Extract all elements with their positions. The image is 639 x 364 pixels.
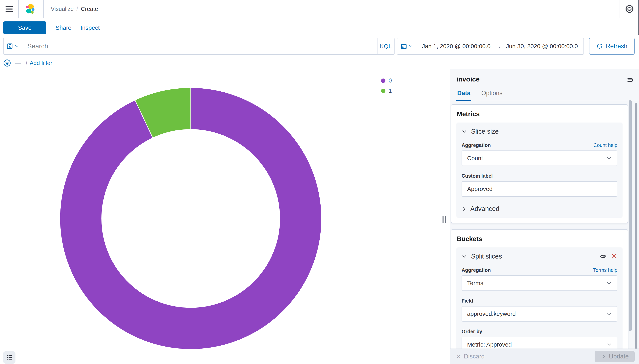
- order-by-value: Metric: Approved: [467, 341, 512, 348]
- add-filter-button[interactable]: + Add filter: [25, 60, 52, 66]
- vis-editor-sidebar: invoice Data Options Metrics: [450, 70, 639, 364]
- play-icon: [600, 354, 606, 359]
- refresh-label: Refresh: [606, 43, 628, 50]
- collapse-sidebar-button[interactable]: [626, 76, 635, 85]
- legend-item[interactable]: 1: [381, 88, 392, 94]
- custom-label-label: Custom label: [462, 173, 493, 179]
- bucket-aggregation-value: Terms: [467, 280, 483, 286]
- field-select[interactable]: approved.keyword: [462, 306, 618, 322]
- sidebar-inner-scrollbar[interactable]: [629, 100, 632, 331]
- main-content: 01 invoice Dat: [0, 70, 639, 364]
- hamburger-icon: [6, 6, 13, 12]
- remove-bucket-button[interactable]: [611, 253, 618, 260]
- visualize-toolbar: Save Share Inspect: [0, 18, 639, 37]
- advanced-accordion[interactable]: Advanced: [462, 205, 618, 212]
- slice-size-label: Slice size: [471, 128, 499, 135]
- update-button[interactable]: Update: [594, 351, 635, 362]
- saved-query-menu-button[interactable]: [4, 38, 22, 54]
- inspect-button[interactable]: Inspect: [80, 24, 100, 31]
- help-button[interactable]: [620, 0, 639, 18]
- toggle-bucket-visibility-button[interactable]: [600, 253, 607, 260]
- breadcrumb-visualize[interactable]: Visualize: [51, 6, 74, 12]
- slice-size-agg-panel: Slice size Aggregation Count help Count: [456, 122, 622, 218]
- bucket-aggregation-select[interactable]: Terms: [462, 276, 618, 291]
- breadcrumb: Visualize / Create: [44, 6, 98, 12]
- legend-label: 0: [388, 77, 392, 84]
- split-slices-agg-panel: Split slices: [456, 248, 622, 348]
- search-input[interactable]: [22, 38, 377, 54]
- sidebar-scroll-area: Metrics Slice size Aggregation Count hel…: [450, 104, 639, 348]
- legend-color-dot: [381, 78, 386, 83]
- field-value: approved.keyword: [467, 310, 516, 317]
- tab-data[interactable]: Data: [456, 88, 471, 101]
- order-by-select[interactable]: Metric: Approved: [462, 337, 618, 348]
- save-query-icon: [6, 43, 13, 49]
- legend-item[interactable]: 0: [381, 77, 392, 84]
- metric-aggregation-select[interactable]: Count: [462, 150, 618, 166]
- breadcrumb-create: Create: [81, 6, 98, 12]
- save-button[interactable]: Save: [3, 22, 46, 34]
- split-slices-label: Split slices: [471, 252, 502, 260]
- date-range-start[interactable]: Jan 1, 2020 @ 00:00:00.0: [422, 43, 490, 50]
- chevron-down-icon: [14, 44, 19, 48]
- filter-bar: — + Add filter: [3, 58, 52, 68]
- metrics-heading: Metrics: [457, 110, 622, 118]
- chevron-down-icon: [606, 156, 612, 161]
- advanced-label: Advanced: [470, 205, 500, 212]
- kibana-visualize-app: Visualize / Create Save Share Inspect: [0, 0, 639, 364]
- query-bar: KQL: [3, 38, 394, 55]
- date-quick-select-button[interactable]: [397, 38, 416, 54]
- chevron-down-icon: [606, 280, 612, 286]
- window-scrollbar[interactable]: [638, 0, 639, 35]
- panel-resize-handle[interactable]: [441, 216, 447, 223]
- buckets-heading: Buckets: [457, 235, 622, 243]
- aggregation-label: Aggregation: [462, 267, 491, 273]
- calendar-icon: [401, 43, 407, 49]
- terms-help-link[interactable]: Terms help: [593, 267, 618, 273]
- arrow-right-icon: →: [495, 43, 501, 50]
- tab-options[interactable]: Options: [480, 88, 504, 100]
- visualization-canvas: 01: [0, 70, 450, 364]
- menu-button[interactable]: [0, 0, 18, 18]
- discard-button[interactable]: ✕ Discard: [456, 353, 485, 360]
- refresh-icon: [596, 43, 603, 49]
- split-slices-accordion[interactable]: Split slices: [462, 252, 618, 260]
- slice-size-accordion[interactable]: Slice size: [462, 128, 618, 135]
- custom-label-input[interactable]: Approved: [462, 181, 618, 197]
- share-button[interactable]: Share: [56, 24, 71, 31]
- date-range-end[interactable]: Jun 30, 2020 @ 00:00:00.0: [506, 43, 578, 50]
- filter-options-button[interactable]: [3, 59, 11, 67]
- discard-label: Discard: [464, 353, 484, 360]
- list-icon: [6, 354, 13, 361]
- discard-x-icon: ✕: [456, 353, 461, 360]
- legend-toggle-button[interactable]: [3, 351, 16, 364]
- update-label: Update: [609, 353, 629, 360]
- refresh-button[interactable]: Refresh: [589, 38, 635, 55]
- sidebar-action-bar: ✕ Discard Update: [450, 348, 639, 364]
- legend-label: 1: [388, 88, 392, 94]
- query-language-button[interactable]: KQL: [377, 38, 394, 54]
- index-pattern-title: invoice: [456, 75, 480, 83]
- top-header: Visualize / Create: [0, 0, 639, 18]
- sidebar-outer-scrollbar[interactable]: [635, 103, 638, 358]
- elastic-logo[interactable]: [19, 0, 43, 18]
- query-row: KQL Jan 1, 2020 @ 00:00:00.0 → Jun 30, 2…: [3, 38, 635, 55]
- field-label: Field: [462, 298, 473, 304]
- chart-legend: 01: [381, 77, 392, 94]
- chevron-down-icon: [606, 311, 612, 316]
- chevron-down-icon: [408, 44, 412, 48]
- help-life-ring-icon: [625, 4, 634, 13]
- chevron-down-icon: [462, 254, 467, 259]
- metric-aggregation-value: Count: [467, 155, 483, 162]
- date-range-display[interactable]: Jan 1, 2020 @ 00:00:00.0 → Jun 30, 2020 …: [416, 38, 584, 54]
- close-x-icon: [611, 253, 618, 260]
- legend-color-dot: [381, 88, 386, 93]
- filter-dash: —: [15, 60, 21, 66]
- menu-right-icon: [626, 76, 635, 84]
- metrics-panel: Metrics Slice size Aggregation Count hel…: [451, 104, 628, 223]
- count-help-link[interactable]: Count help: [594, 142, 618, 148]
- chevron-down-icon: [462, 129, 467, 134]
- order-by-label: Order by: [462, 329, 482, 334]
- buckets-panel: Buckets Split slices: [451, 229, 628, 348]
- date-picker: Jan 1, 2020 @ 00:00:00.0 → Jun 30, 2020 …: [397, 38, 584, 55]
